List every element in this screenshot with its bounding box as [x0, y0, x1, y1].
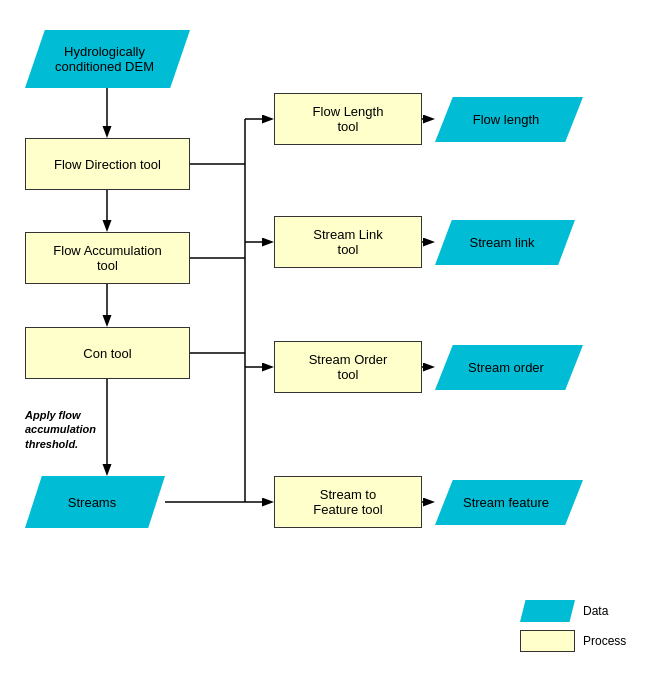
legend-data: Data — [520, 600, 608, 622]
stream-feature-tool-label: Stream to Feature tool — [313, 487, 382, 517]
flow-direction-node: Flow Direction tool — [25, 138, 190, 190]
flow-accumulation-label: Flow Accumulation tool — [53, 243, 161, 273]
legend-process-label: Process — [583, 634, 626, 648]
flow-length-data-label: Flow length — [473, 112, 539, 127]
flow-length-data-node: Flow length — [435, 97, 583, 142]
legend-data-box — [520, 600, 575, 622]
stream-order-data-label: Stream order — [468, 360, 544, 375]
legend-data-label: Data — [583, 604, 608, 618]
flow-length-tool-label: Flow Length tool — [313, 104, 384, 134]
hydro-dem-label: Hydrologically conditioned DEM — [55, 44, 154, 74]
stream-order-data-node: Stream order — [435, 345, 583, 390]
flow-accumulation-node: Flow Accumulation tool — [25, 232, 190, 284]
stream-order-tool-node: Stream Order tool — [274, 341, 422, 393]
stream-link-tool-label: Stream Link tool — [313, 227, 382, 257]
stream-link-data-label: Stream link — [469, 235, 534, 250]
streams-label: Streams — [68, 495, 116, 510]
annotation-label: Apply flow accumulation threshold. — [25, 409, 96, 450]
legend-process-box — [520, 630, 575, 652]
stream-link-data-node: Stream link — [435, 220, 575, 265]
annotation-text: Apply flow accumulation threshold. — [25, 408, 96, 451]
flow-direction-label: Flow Direction tool — [54, 157, 161, 172]
stream-order-tool-label: Stream Order tool — [309, 352, 388, 382]
stream-feature-tool-node: Stream to Feature tool — [274, 476, 422, 528]
streams-node: Streams — [25, 476, 165, 528]
stream-feature-data-label: Stream feature — [463, 495, 549, 510]
stream-link-tool-node: Stream Link tool — [274, 216, 422, 268]
hydro-dem-node: Hydrologically conditioned DEM — [25, 30, 190, 88]
legend-process: Process — [520, 630, 626, 652]
diagram: Hydrologically conditioned DEM Flow Dire… — [0, 0, 650, 677]
con-tool-node: Con tool — [25, 327, 190, 379]
con-tool-label: Con tool — [83, 346, 131, 361]
stream-feature-data-node: Stream feature — [435, 480, 583, 525]
flow-length-tool-node: Flow Length tool — [274, 93, 422, 145]
